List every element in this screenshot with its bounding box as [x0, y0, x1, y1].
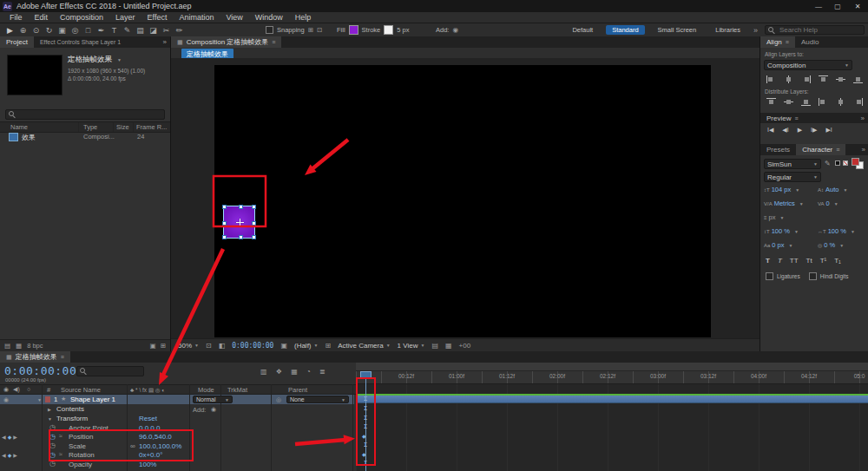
close-button[interactable]: ✕	[847, 3, 868, 10]
tracking-value[interactable]: 0	[826, 200, 830, 207]
transform-twirl-icon[interactable]: ▼	[48, 416, 52, 422]
ligatures-checkbox[interactable]	[766, 272, 773, 280]
selection-handle[interactable]	[252, 221, 256, 226]
align-left-button[interactable]	[766, 75, 777, 84]
new-folder-icon[interactable]: ⊞	[161, 342, 166, 350]
camera-tool-icon[interactable]: ▣	[56, 26, 69, 35]
last-frame-button[interactable]: ▶I	[825, 127, 832, 134]
align-top-button[interactable]	[818, 75, 829, 84]
shape-layer-object[interactable]	[223, 206, 255, 239]
add-keyframe-icon[interactable]: ◆	[8, 452, 12, 458]
rotation-stopwatch-icon[interactable]: ◷	[49, 451, 56, 459]
kerning-value[interactable]: Metrics	[774, 200, 795, 207]
exposure-value[interactable]: +00	[459, 342, 471, 350]
text-none-swatch[interactable]	[843, 160, 848, 166]
contents-label[interactable]: Contents	[56, 405, 84, 413]
pen-tool-icon[interactable]: ✒	[95, 26, 108, 35]
position-keyframe-nav[interactable]: ◀ ◆ ▶	[2, 434, 17, 440]
clone-stamp-tool-icon[interactable]: ▤	[134, 26, 147, 35]
menu-layer[interactable]: Layer	[109, 13, 141, 22]
camera-select[interactable]: Active Camera▼	[338, 342, 390, 350]
roi-icon[interactable]: ⊞	[325, 342, 331, 350]
transform-label[interactable]: Transform	[56, 415, 88, 422]
video-column-icon[interactable]: ◉	[3, 386, 9, 393]
scale-value[interactable]: 100.0,100.0%	[139, 442, 181, 450]
scale-label[interactable]: Scale	[69, 442, 86, 450]
hand-tool-icon[interactable]: ⊕	[16, 26, 30, 35]
faux-italic-button[interactable]: T	[778, 257, 782, 265]
layer-parent-select[interactable]: None▼	[286, 396, 349, 403]
baseline-shift-value[interactable]: 0 px	[772, 241, 784, 249]
col-frame-rate[interactable]: Frame R...	[136, 123, 167, 131]
position-stopwatch-icon[interactable]: ◷	[49, 433, 56, 441]
align-center-vertical-button[interactable]	[835, 75, 846, 84]
snapshot-icon[interactable]: ▣	[280, 342, 287, 350]
trkmat-column[interactable]: TrkMat	[227, 386, 247, 394]
timeline-tab[interactable]: ▦ 定格抽帧效果 ≡	[0, 351, 70, 363]
selection-handle[interactable]	[239, 205, 243, 209]
leading-value[interactable]: Auto	[825, 186, 838, 193]
distribute-right-button[interactable]	[852, 97, 864, 107]
comp-timecode[interactable]: 0:00:00:00	[232, 342, 273, 350]
brush-tool-icon[interactable]: ✎	[121, 26, 134, 35]
timeline-toolbar-icons[interactable]: ▥ ❖ ▦ ◔ ≣	[260, 368, 329, 376]
selection-handle[interactable]	[222, 205, 227, 209]
text-black-swatch[interactable]	[835, 160, 840, 166]
align-bottom-button[interactable]	[852, 75, 864, 84]
menu-animation[interactable]: Animation	[173, 13, 220, 22]
distribute-top-button[interactable]	[766, 97, 777, 107]
all-caps-button[interactable]: TT	[790, 257, 799, 265]
puppet-tool-icon[interactable]: ✏	[173, 26, 186, 35]
scale-stopwatch-icon[interactable]: ◷	[49, 442, 56, 449]
col-name[interactable]: Name	[10, 123, 28, 131]
zoom-tool-icon[interactable]: ⊙	[30, 26, 43, 35]
previous-frame-button[interactable]: ◀I	[782, 127, 788, 134]
add-icon[interactable]: ◉	[452, 26, 458, 34]
project-item-name[interactable]: 效果	[22, 133, 36, 142]
resolution-select[interactable]: (Half)▼	[294, 342, 319, 350]
subscript-button[interactable]: T₁	[834, 257, 841, 265]
composition-canvas[interactable]	[214, 65, 711, 337]
mode-column[interactable]: Mode	[198, 386, 214, 394]
transform-reset-button[interactable]: Reset	[139, 415, 157, 422]
switches-column-icons[interactable]: ♣ * \ fx ▤ ◎ ◐	[130, 387, 165, 394]
workspace-small-screen[interactable]: Small Screen	[652, 25, 703, 35]
opacity-stopwatch-icon[interactable]: ◷	[49, 460, 56, 468]
distribute-left-button[interactable]	[818, 97, 829, 107]
tab-align[interactable]: Align ≡	[760, 36, 795, 48]
rotation-label[interactable]: Rotation	[69, 451, 95, 459]
parent-pickwhip-icon[interactable]: ◎	[276, 396, 281, 403]
snap-option2-icon[interactable]: ⊡	[317, 26, 322, 34]
maximize-button[interactable]: ▢	[828, 3, 847, 10]
rotation-expression-icon[interactable]: ≈	[59, 451, 62, 457]
search-help-input[interactable]	[778, 25, 859, 35]
safe-zones-icon[interactable]: ⊡	[206, 342, 212, 350]
preview-overflow-icon[interactable]: »	[858, 113, 868, 123]
contents-twirl-icon[interactable]: ▶	[48, 407, 51, 412]
selection-tool-icon[interactable]: ▶	[3, 26, 16, 35]
preview-panel-header[interactable]: Preview ≡	[760, 113, 805, 123]
small-caps-button[interactable]: Tt	[806, 257, 812, 265]
opacity-value[interactable]: 100%	[139, 461, 156, 468]
align-target-select[interactable]: Composition▼	[764, 60, 852, 70]
roto-brush-tool-icon[interactable]: ✂	[160, 26, 173, 35]
scale-link-icon[interactable]: ∞	[130, 442, 135, 450]
opacity-label[interactable]: Opacity	[69, 461, 92, 468]
eyedropper-icon[interactable]: ✎	[825, 160, 831, 167]
position-expression-icon[interactable]: ≈	[59, 433, 62, 439]
type-tool-icon[interactable]: T	[108, 26, 121, 35]
stroke-color-swatch[interactable]	[384, 25, 393, 35]
next-keyframe-icon[interactable]: ▶	[13, 452, 17, 458]
audio-column-icon[interactable]: ◀)	[13, 386, 20, 393]
pan-behind-tool-icon[interactable]: ◎	[69, 26, 82, 35]
play-button[interactable]: ▶	[798, 127, 802, 134]
menu-help[interactable]: Help	[289, 13, 318, 22]
align-center-horizontal-button[interactable]	[783, 75, 794, 84]
superscript-button[interactable]: T¹	[820, 257, 827, 265]
parent-column[interactable]: Parent	[288, 386, 307, 394]
pixel-aspect-icon[interactable]: ▤	[431, 342, 438, 350]
prev-keyframe-icon[interactable]: ◀	[2, 452, 6, 458]
work-area-bar[interactable]	[356, 363, 868, 371]
tab-character[interactable]: Character ≡	[796, 144, 845, 155]
layer-visibility-icon[interactable]: ◉	[3, 396, 9, 403]
